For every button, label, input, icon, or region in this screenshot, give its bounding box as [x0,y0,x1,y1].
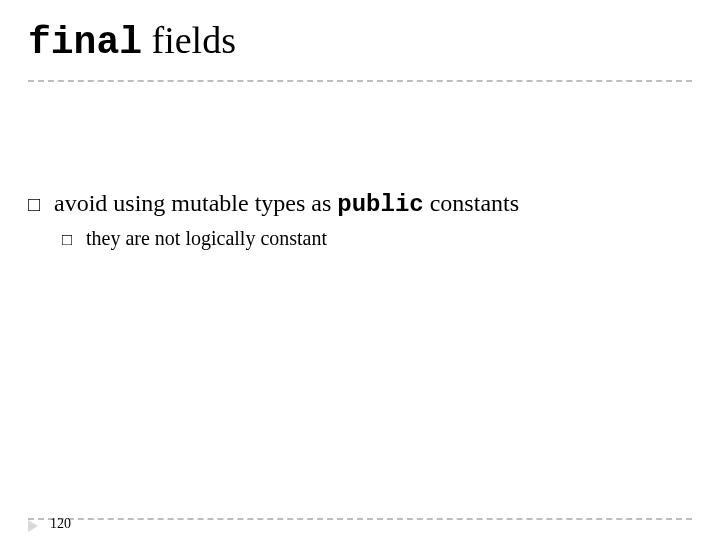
slide: final fields □ avoid using mutable types… [0,0,720,540]
page-arrow-icon [28,520,38,532]
title-mono: final [28,21,142,64]
content-area: □ avoid using mutable types as public co… [28,188,692,251]
divider-top [28,80,692,82]
bullet-level-1: □ avoid using mutable types as public co… [28,188,692,220]
bullet-2-text: they are not logically constant [86,226,327,251]
square-bullet-icon: □ [62,229,86,250]
title-rest: fields [142,19,236,61]
divider-bottom [28,518,692,520]
page-number: 120 [50,516,71,532]
slide-title: final fields [28,20,236,64]
square-bullet-icon: □ [28,192,54,217]
bullet-level-2: □ they are not logically constant [62,226,692,251]
bullet-1-text: avoid using mutable types as public cons… [54,188,519,220]
